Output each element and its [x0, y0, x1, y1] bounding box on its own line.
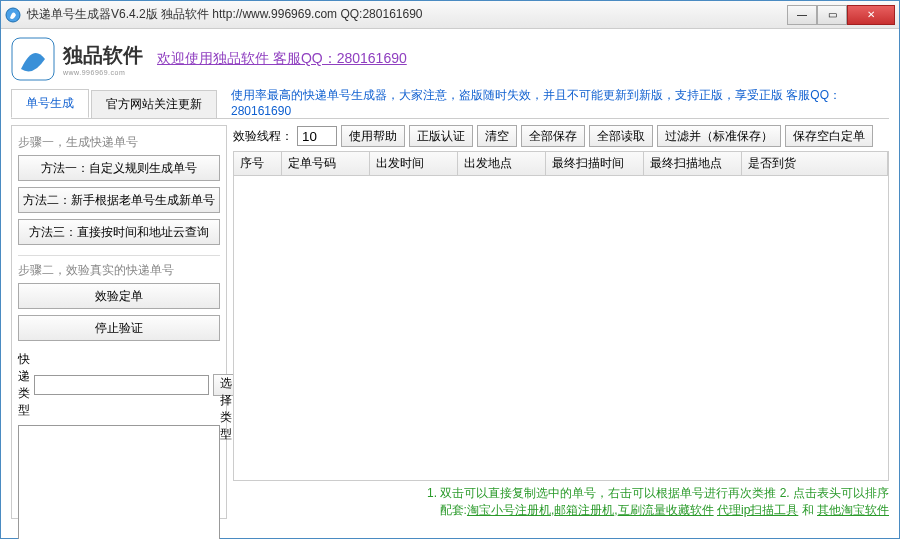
- footer-hint: 1. 双击可以直接复制选中的单号，右击可以根据单号进行再次类推 2. 点击表头可…: [233, 485, 889, 502]
- footer-links: 配套:淘宝小号注册机,邮箱注册机,互刷流量收藏软件 代理ip扫描工具 和 其他淘…: [233, 502, 889, 519]
- load-all-button[interactable]: 全部读取: [589, 125, 653, 147]
- toolbar: 效验线程： 使用帮助 正版认证 清空 全部保存 全部读取 过滤并（标准保存） 保…: [233, 125, 889, 147]
- link-other[interactable]: 其他淘宝软件: [817, 503, 889, 517]
- brand-name: 独品软件: [63, 42, 143, 69]
- col-orderno[interactable]: 定单号码: [282, 152, 370, 175]
- clear-button[interactable]: 清空: [477, 125, 517, 147]
- welcome-link[interactable]: 欢迎使用独品软件 客服QQ：280161690: [157, 50, 407, 68]
- left-panel: 步骤一，生成快递单号 方法一：自定义规则生成单号 方法二：新手根据老单号生成新单…: [11, 125, 227, 519]
- link-taobao[interactable]: 淘宝小号注册机: [467, 503, 551, 517]
- tab-official-update[interactable]: 官方网站关注更新: [91, 90, 217, 118]
- log-textarea[interactable]: [18, 425, 220, 539]
- notice-text: 使用率最高的快递单号生成器，大家注意，盗版随时失效，并且不可能更新到新版，支持正…: [219, 87, 889, 118]
- step2-label: 步骤二，效验真实的快递单号: [18, 262, 220, 279]
- method2-button[interactable]: 方法二：新手根据老单号生成新单号: [18, 187, 220, 213]
- maximize-button[interactable]: ▭: [817, 5, 847, 25]
- step1-label: 步骤一，生成快递单号: [18, 134, 220, 151]
- col-last-scan-place[interactable]: 最终扫描地点: [644, 152, 742, 175]
- save-blank-button[interactable]: 保存空白定单: [785, 125, 873, 147]
- footer-prefix: 配套:: [440, 503, 467, 517]
- auth-button[interactable]: 正版认证: [409, 125, 473, 147]
- link-mail[interactable]: 邮箱注册机: [554, 503, 614, 517]
- header: 独品软件 www.996969.com 欢迎使用独品软件 客服QQ：280161…: [11, 35, 889, 83]
- brand-url: www.996969.com: [63, 69, 143, 76]
- express-type-label: 快递类型: [18, 351, 30, 419]
- grid-header: 序号 定单号码 出发时间 出发地点 最终扫描时间 最终扫描地点 是否到货: [234, 152, 888, 176]
- minimize-button[interactable]: —: [787, 5, 817, 25]
- results-grid[interactable]: 序号 定单号码 出发时间 出发地点 最终扫描时间 最终扫描地点 是否到货: [233, 151, 889, 481]
- col-depart-time[interactable]: 出发时间: [370, 152, 458, 175]
- window-title: 快递单号生成器V6.4.2版 独品软件 http://www.996969.co…: [27, 6, 787, 23]
- logo-icon: [11, 37, 55, 81]
- titlebar: 快递单号生成器V6.4.2版 独品软件 http://www.996969.co…: [1, 1, 899, 29]
- tab-generate[interactable]: 单号生成: [11, 89, 89, 118]
- app-icon: [5, 7, 21, 23]
- close-button[interactable]: ✕: [847, 5, 895, 25]
- method1-button[interactable]: 方法一：自定义规则生成单号: [18, 155, 220, 181]
- help-button[interactable]: 使用帮助: [341, 125, 405, 147]
- col-depart-place[interactable]: 出发地点: [458, 152, 546, 175]
- save-all-button[interactable]: 全部保存: [521, 125, 585, 147]
- col-seq[interactable]: 序号: [234, 152, 282, 175]
- divider: [18, 255, 220, 256]
- link-traffic[interactable]: 互刷流量收藏软件: [618, 503, 714, 517]
- verify-order-button[interactable]: 效验定单: [18, 283, 220, 309]
- method3-button[interactable]: 方法三：直接按时间和地址云查询: [18, 219, 220, 245]
- threads-label: 效验线程：: [233, 128, 293, 145]
- express-type-input[interactable]: [34, 375, 209, 395]
- threads-input[interactable]: [297, 126, 337, 146]
- col-arrived[interactable]: 是否到货: [742, 152, 888, 175]
- filter-save-button[interactable]: 过滤并（标准保存）: [657, 125, 781, 147]
- stop-verify-button[interactable]: 停止验证: [18, 315, 220, 341]
- col-last-scan-time[interactable]: 最终扫描时间: [546, 152, 644, 175]
- link-proxy[interactable]: 代理ip扫描工具: [717, 503, 798, 517]
